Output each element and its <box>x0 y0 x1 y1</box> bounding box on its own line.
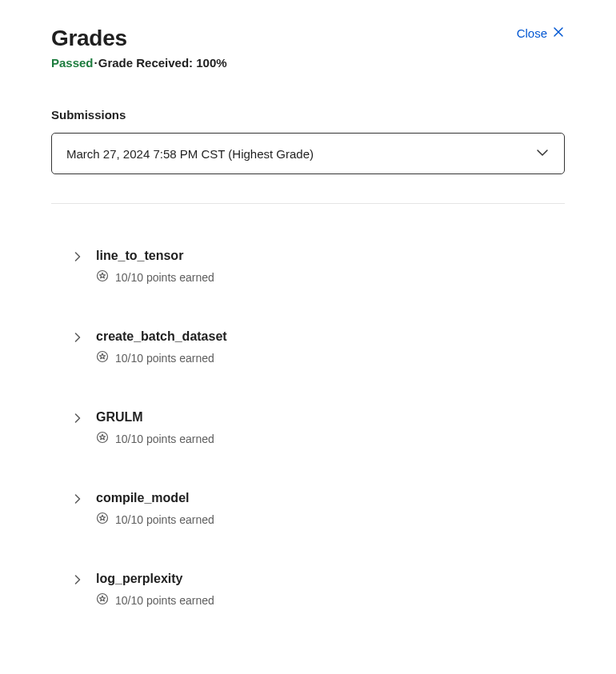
grade-item[interactable]: GRULM 10/10 points earned <box>51 388 565 469</box>
chevron-right-icon <box>72 574 83 588</box>
points-row: 10/10 points earned <box>96 269 214 285</box>
item-content: line_to_tensor 10/10 points earned <box>96 249 214 285</box>
item-content: log_perplexity 10/10 points earned <box>96 572 214 608</box>
item-title: GRULM <box>96 410 214 425</box>
chevron-down-icon <box>535 146 550 162</box>
star-badge-icon <box>96 512 109 527</box>
dropdown-selected: March 27, 2024 7:58 PM CST (Highest Grad… <box>66 147 314 161</box>
divider <box>51 203 565 204</box>
points-row: 10/10 points earned <box>96 512 214 527</box>
item-content: create_batch_dataset 10/10 points earned <box>96 329 227 365</box>
star-badge-icon <box>96 350 109 365</box>
item-title: log_perplexity <box>96 572 214 586</box>
grade-item[interactable]: create_batch_dataset 10/10 points earned <box>51 307 565 388</box>
item-title: line_to_tensor <box>96 249 214 263</box>
points-text: 10/10 points earned <box>115 594 214 607</box>
grade-items-list: line_to_tensor 10/10 points earned creat… <box>51 226 565 630</box>
close-icon <box>552 26 565 41</box>
item-title: compile_model <box>96 491 214 505</box>
points-row: 10/10 points earned <box>96 592 214 608</box>
item-content: GRULM 10/10 points earned <box>96 410 214 446</box>
chevron-right-icon <box>72 332 83 346</box>
points-row: 10/10 points earned <box>96 350 227 365</box>
submissions-label: Submissions <box>51 108 565 122</box>
status-row: Passed·Grade Received: 100% <box>51 56 565 70</box>
points-text: 10/10 points earned <box>115 513 214 526</box>
header: Grades Close <box>51 26 565 51</box>
grade-item[interactable]: compile_model 10/10 points earned <box>51 469 565 549</box>
chevron-right-icon <box>72 251 83 265</box>
item-title: create_batch_dataset <box>96 329 227 344</box>
submissions-dropdown[interactable]: March 27, 2024 7:58 PM CST (Highest Grad… <box>51 133 565 174</box>
grade-item[interactable]: log_perplexity 10/10 points earned <box>51 549 565 630</box>
chevron-right-icon <box>72 493 83 508</box>
svg-point-0 <box>98 271 108 281</box>
svg-point-3 <box>98 513 108 524</box>
item-content: compile_model 10/10 points earned <box>96 491 214 527</box>
page-title: Grades <box>51 26 127 51</box>
points-text: 10/10 points earned <box>115 352 214 365</box>
star-badge-icon <box>96 431 109 446</box>
svg-point-4 <box>98 594 108 604</box>
svg-point-2 <box>98 433 108 443</box>
status-grade: Grade Received: 100% <box>98 56 227 70</box>
svg-point-1 <box>98 352 108 362</box>
chevron-right-icon <box>72 413 83 427</box>
status-passed: Passed <box>51 56 94 70</box>
close-button[interactable]: Close <box>517 26 565 41</box>
grade-item[interactable]: line_to_tensor 10/10 points earned <box>51 226 565 307</box>
star-badge-icon <box>96 592 109 608</box>
points-text: 10/10 points earned <box>115 433 214 445</box>
star-badge-icon <box>96 269 109 285</box>
points-row: 10/10 points earned <box>96 431 214 446</box>
status-separator: · <box>94 56 98 70</box>
close-label: Close <box>517 26 547 40</box>
points-text: 10/10 points earned <box>115 271 214 284</box>
